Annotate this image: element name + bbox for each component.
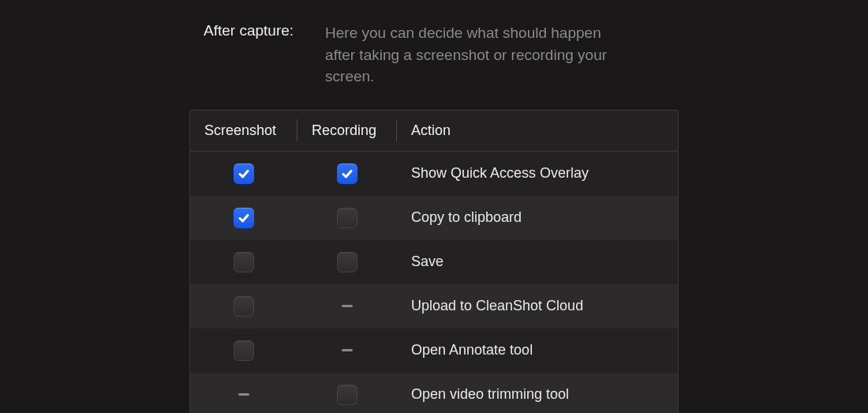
action-label: Show Quick Access Overlay [397, 165, 678, 182]
cell-screenshot [190, 340, 297, 361]
col-header-screenshot: Screenshot [190, 119, 297, 141]
section-label: After capture: [204, 22, 294, 88]
cell-recording [297, 385, 397, 405]
action-label: Upload to CleanShot Cloud [397, 298, 678, 314]
action-label: Save [397, 253, 678, 270]
cell-recording [297, 208, 397, 228]
recording-checkbox[interactable] [337, 208, 357, 228]
dash-icon [342, 305, 353, 307]
cell-screenshot [190, 252, 297, 272]
screenshot-checkbox[interactable] [234, 163, 254, 184]
table-row: Copy to clipboard [190, 196, 678, 240]
table-row: Open Annotate tool [190, 329, 678, 373]
checkmark-icon [341, 167, 354, 180]
recording-checkbox[interactable] [337, 385, 357, 405]
screenshot-checkbox[interactable] [234, 340, 254, 361]
after-capture-table: Screenshot Recording Action Show Quick A… [189, 110, 679, 413]
checkmark-icon [238, 167, 250, 180]
dash-icon [238, 393, 249, 396]
col-header-action: Action [397, 119, 678, 141]
cell-recording [297, 305, 397, 307]
screenshot-checkbox[interactable] [234, 252, 254, 272]
cell-screenshot [190, 296, 297, 317]
col-header-recording: Recording [297, 119, 397, 141]
action-label: Open Annotate tool [397, 342, 678, 359]
table-row: Upload to CleanShot Cloud [190, 284, 678, 329]
recording-checkbox[interactable] [337, 163, 357, 184]
table-row: Save [190, 240, 678, 284]
recording-checkbox[interactable] [337, 252, 357, 272]
section-description: Here you can decide what should happen a… [325, 22, 617, 88]
cell-screenshot [190, 208, 297, 228]
cell-recording [297, 163, 397, 184]
action-label: Copy to clipboard [397, 209, 678, 226]
table-row: Open video trimming tool [190, 373, 678, 413]
cell-screenshot [190, 163, 297, 184]
cell-screenshot [190, 393, 297, 396]
action-label: Open video trimming tool [397, 386, 678, 403]
cell-recording [297, 252, 397, 272]
table-header: Screenshot Recording Action [190, 111, 678, 152]
screenshot-checkbox[interactable] [234, 208, 254, 228]
screenshot-checkbox[interactable] [234, 296, 254, 317]
table-row: Show Quick Access Overlay [190, 152, 678, 196]
checkmark-icon [238, 212, 250, 224]
dash-icon [342, 349, 353, 351]
cell-recording [297, 349, 397, 351]
